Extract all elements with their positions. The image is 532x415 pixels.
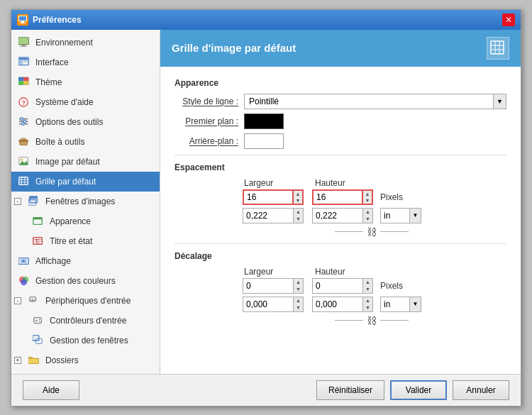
- sidebar-item-grille[interactable]: Grille par défaut: [11, 172, 160, 192]
- esp-largeur2-down[interactable]: ▼: [294, 216, 303, 223]
- svg-rect-42: [33, 217, 42, 219]
- dec-unit-dropdown[interactable]: in: [380, 297, 410, 312]
- foreground-label: Premier plan :: [174, 116, 238, 126]
- esp-hauteur2-up[interactable]: ▲: [363, 209, 372, 216]
- footer: Aide Réinitialiser Valider Annuler: [11, 374, 521, 406]
- esp-hauteur2-group: ▲ ▼: [312, 208, 373, 223]
- sidebar-item-titre[interactable]: T Titre et état: [11, 231, 160, 251]
- dec-largeur-input[interactable]: [243, 278, 294, 294]
- esp-link-line-right: [380, 231, 409, 232]
- esp-unit-value: in: [384, 211, 390, 221]
- sidebar-label-image: Image par défaut: [35, 157, 100, 167]
- esp-hauteur2-down[interactable]: ▼: [363, 216, 372, 223]
- decalage-section-title: Décalage: [174, 251, 506, 261]
- svg-rect-64: [28, 358, 38, 363]
- background-color[interactable]: [244, 133, 284, 149]
- reset-button[interactable]: Réinitialiser: [316, 380, 384, 400]
- esp-largeur-down[interactable]: ▼: [294, 197, 302, 204]
- sidebar-item-image[interactable]: Image par défaut: [11, 152, 160, 172]
- svg-rect-9: [19, 57, 28, 60]
- esp-unit-dropdown-btn[interactable]: ▼: [410, 208, 421, 223]
- aide-button[interactable]: Aide: [23, 380, 79, 400]
- style-label: Style de ligne :: [174, 96, 238, 106]
- dec-hauteur2-arrows: ▲ ▼: [363, 297, 373, 312]
- sidebar-item-apparence[interactable]: Apparence: [11, 211, 160, 231]
- esp-col1-header: Largeur: [244, 178, 315, 188]
- sidebar-item-controleurs[interactable]: Contrôleurs d'entrée: [11, 311, 160, 331]
- dec-unit-value: in: [384, 299, 390, 309]
- esp-hauteur-down[interactable]: ▼: [363, 197, 372, 204]
- sidebar-item-couleurs[interactable]: Gestion des couleurs: [11, 271, 160, 291]
- esp-hauteur2-arrows: ▲ ▼: [363, 208, 373, 223]
- svg-rect-1: [19, 16, 26, 21]
- esp-largeur-group: ▲ ▼: [243, 189, 304, 205]
- svg-rect-15: [23, 77, 28, 80]
- dec-largeur2-input[interactable]: [243, 297, 294, 312]
- cancel-button[interactable]: Annuler: [453, 380, 509, 400]
- divider-2: [174, 243, 506, 244]
- svg-rect-10: [19, 60, 23, 64]
- sidebar-item-interface[interactable]: Interface: [11, 52, 160, 72]
- dec-largeur2-down[interactable]: ▼: [294, 304, 303, 311]
- style-dropdown-btn[interactable]: ▼: [494, 94, 506, 109]
- svg-point-53: [21, 279, 27, 285]
- window-title: Préférences: [33, 15, 82, 25]
- esp-hauteur-up[interactable]: ▲: [363, 191, 372, 197]
- sidebar: Environnement Interface: [11, 30, 160, 374]
- esp-hauteur-arrows: ▲ ▼: [363, 189, 373, 205]
- esp-largeur-up[interactable]: ▲: [294, 191, 302, 197]
- dec-hauteur2-group: ▲ ▼: [312, 297, 373, 312]
- dec-largeur2-group: ▲ ▼: [243, 297, 304, 312]
- dec-largeur2-up[interactable]: ▲: [294, 297, 303, 304]
- divider-1: [174, 155, 506, 155]
- esp-hauteur2-input[interactable]: [312, 208, 363, 223]
- expand-fenetres[interactable]: -: [14, 198, 21, 205]
- decalage-col-headers: Largeur Hauteur: [174, 267, 506, 277]
- esp-hauteur-input[interactable]: [312, 189, 363, 205]
- sidebar-item-boite[interactable]: Boîte à outils: [11, 132, 160, 152]
- main-panel: Grille d'image par défaut Apparence Styl…: [160, 30, 521, 374]
- dec-largeur-down[interactable]: ▼: [294, 286, 303, 293]
- dec-hauteur-input[interactable]: [312, 278, 363, 294]
- esp-largeur2-up[interactable]: ▲: [294, 209, 303, 216]
- dec-hauteur2-down[interactable]: ▼: [363, 304, 372, 311]
- svg-point-30: [21, 158, 23, 161]
- expand-dossiers[interactable]: +: [14, 357, 21, 364]
- esp-col2-header: Hauteur: [315, 178, 386, 188]
- svg-rect-28: [18, 140, 28, 142]
- sidebar-label-titre: Titre et état: [50, 236, 92, 246]
- dec-largeur-arrows: ▲ ▼: [294, 278, 304, 294]
- expand-periph[interactable]: -: [14, 297, 21, 304]
- dec-unit-dropdown-btn[interactable]: ▼: [410, 297, 421, 312]
- style-dropdown-field[interactable]: Pointillé: [244, 94, 494, 109]
- sidebar-item-gestionfen[interactable]: Gestion des fenêtres: [11, 331, 160, 350]
- sidebar-label-interface: Interface: [35, 57, 69, 67]
- svg-rect-55: [32, 299, 33, 301]
- foreground-color[interactable]: [244, 114, 284, 129]
- interface-icon: [17, 55, 31, 70]
- dec-row1: ▲ ▼ ▲ ▼ Pixels: [174, 278, 506, 294]
- sidebar-item-peripheriques[interactable]: - Périphériques d'entrée: [11, 291, 160, 311]
- sidebar-item-fenetres[interactable]: - Fenêtres d'images: [11, 192, 160, 211]
- esp-largeur-input[interactable]: [243, 189, 294, 205]
- dec-largeur-up[interactable]: ▲: [294, 279, 303, 286]
- sidebar-item-affichage[interactable]: Affichage: [11, 251, 160, 271]
- dec-chain-icon: ⛓: [366, 315, 377, 326]
- sidebar-item-aide[interactable]: ? Système d'aide: [11, 92, 160, 112]
- sidebar-item-dossiers[interactable]: + Dossiers: [11, 350, 160, 370]
- validate-button[interactable]: Valider: [390, 380, 447, 400]
- dec-link-icon: ⛓: [335, 315, 409, 326]
- svg-rect-6: [22, 44, 25, 45]
- esp-largeur2-input[interactable]: [243, 208, 294, 223]
- esp-unit-dropdown[interactable]: in: [380, 208, 410, 223]
- close-button[interactable]: ✕: [502, 13, 515, 26]
- dec-hauteur2-up[interactable]: ▲: [363, 297, 372, 304]
- esp-hauteur-group: ▲ ▼: [312, 189, 373, 205]
- sidebar-item-options[interactable]: Options des outils: [11, 112, 160, 132]
- sidebar-item-environnement[interactable]: Environnement: [11, 33, 160, 52]
- panel-body: Apparence Style de ligne : Pointillé ▼ P…: [160, 67, 521, 374]
- dec-hauteur-up[interactable]: ▲: [363, 279, 372, 286]
- dec-hauteur2-input[interactable]: [312, 297, 363, 312]
- dec-hauteur-down[interactable]: ▼: [363, 286, 372, 293]
- sidebar-item-theme[interactable]: Thème: [11, 72, 160, 92]
